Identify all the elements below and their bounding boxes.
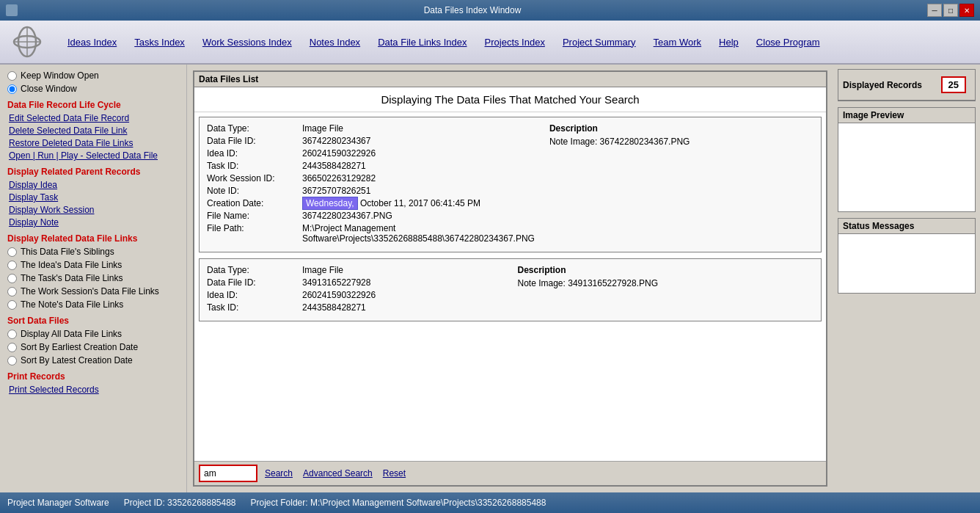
- main-layout: Keep Window Open Close Window Data File …: [0, 65, 980, 492]
- search-input[interactable]: [199, 465, 257, 482]
- display-task-link[interactable]: Display Task: [7, 192, 179, 203]
- restore-links-link[interactable]: Restore Deleted Data File Links: [7, 138, 179, 148]
- window-controls: ─ □ ✕: [927, 4, 974, 17]
- task-links-radio[interactable]: [7, 274, 17, 283]
- creation-date-label: Creation Date:: [207, 198, 302, 208]
- siblings-option[interactable]: This Data File's Siblings: [7, 247, 179, 257]
- display-note-link[interactable]: Display Note: [7, 217, 179, 228]
- menu-project-summary[interactable]: Project Summary: [554, 34, 645, 51]
- record-fields: Data Type: Image File Data File ID: 3491…: [207, 265, 503, 315]
- delete-link-link[interactable]: Delete Selected Data File Link: [7, 125, 179, 136]
- content-area: Data Files List Displaying The Data File…: [187, 65, 833, 492]
- note-links-option[interactable]: The Note's Data File Links: [7, 299, 179, 310]
- data-type-value: Image File: [302, 123, 343, 134]
- record-fields: Data Type: Image File Data File ID: 3674…: [207, 123, 535, 246]
- image-preview-title: Image Preview: [843, 110, 904, 120]
- panel-header: Displaying The Data Files That Matched Y…: [194, 87, 826, 112]
- note-links-radio[interactable]: [7, 300, 17, 310]
- task-id-label: Task ID:: [207, 161, 302, 171]
- idea-id-label: Idea ID:: [207, 290, 302, 300]
- latest-date-label: Sort By Latest Creation Date: [21, 355, 133, 365]
- work-session-id-label: Work Session ID:: [207, 173, 302, 183]
- task-links-label: The Task's Data File Links: [21, 273, 122, 283]
- field-row-idea-id: Idea ID: 260241590322926: [207, 290, 503, 300]
- print-section-title: Print Records: [7, 371, 179, 382]
- advanced-search-button[interactable]: Advanced Search: [300, 467, 376, 480]
- restore-button[interactable]: □: [943, 4, 958, 17]
- desc-value: Note Image: 34913165227928.PNG: [518, 278, 814, 288]
- records-scroll[interactable]: Data Type: Image File Data File ID: 3674…: [194, 112, 826, 461]
- open-run-play-link[interactable]: Open | Run | Play - Selected Data File: [7, 150, 179, 161]
- latest-date-radio[interactable]: [7, 356, 17, 365]
- parent-records-section-title: Display Related Parent Records: [7, 167, 179, 177]
- field-row-file-path: File Path: M:\Project Management Softwar…: [207, 223, 535, 244]
- title-bar: Data Files Index Window ─ □ ✕: [0, 0, 980, 21]
- menu-help[interactable]: Help: [710, 34, 747, 51]
- panel-title: Data Files List: [194, 72, 826, 87]
- project-folder-label: Project Folder:: [251, 498, 308, 508]
- menu-data-file-links-index[interactable]: Data File Links Index: [369, 34, 475, 51]
- earliest-date-radio[interactable]: [7, 343, 17, 352]
- earliest-date-option[interactable]: Sort By Earliest Creation Date: [7, 342, 179, 352]
- minimize-button[interactable]: ─: [927, 4, 942, 17]
- close-window-button[interactable]: ✕: [959, 4, 974, 17]
- menu-tasks-index[interactable]: Tasks Index: [125, 34, 194, 51]
- displayed-records-title: Displayed Records: [843, 80, 922, 90]
- reset-button[interactable]: Reset: [380, 467, 409, 480]
- file-id-label: Data File ID:: [207, 136, 302, 146]
- note-id-value: 36725707826251: [302, 186, 370, 196]
- work-session-links-radio[interactable]: [7, 287, 17, 296]
- all-links-radio[interactable]: [7, 330, 17, 339]
- idea-links-radio[interactable]: [7, 261, 17, 270]
- menu-notes-index[interactable]: Notes Index: [301, 34, 369, 51]
- keep-window-open-option[interactable]: Keep Window Open: [7, 70, 179, 81]
- menu-ideas-index[interactable]: Ideas Index: [59, 34, 125, 51]
- idea-links-option[interactable]: The Idea's Data File Links: [7, 260, 179, 270]
- keep-window-radio[interactable]: [7, 71, 17, 81]
- right-panel: Displayed Records 25 Image Preview Statu…: [833, 65, 980, 492]
- data-file-links-section-title: Display Related Data File Links: [7, 233, 179, 244]
- field-row-task-id: Task ID: 2443588428271: [207, 161, 535, 171]
- search-button[interactable]: Search: [262, 467, 296, 480]
- status-messages-section: Status Messages: [838, 218, 976, 294]
- field-row-file-name: File Name: 36742280234367.PNG: [207, 211, 535, 221]
- menu-work-sessions-index[interactable]: Work Sessions Index: [194, 34, 301, 51]
- close-window-option[interactable]: Close Window: [7, 84, 179, 94]
- idea-id-value: 260241590322926: [302, 290, 376, 300]
- desc-title: Description: [518, 265, 814, 275]
- print-selected-link[interactable]: Print Selected Records: [7, 385, 179, 395]
- all-links-option[interactable]: Display All Data File Links: [7, 329, 179, 339]
- field-row-creation-date: Creation Date: Wednesday, October 11, 20…: [207, 198, 535, 208]
- task-links-option[interactable]: The Task's Data File Links: [7, 273, 179, 283]
- display-idea-link[interactable]: Display Idea: [7, 180, 179, 190]
- file-path-label: File Path:: [207, 223, 302, 233]
- edit-record-link[interactable]: Edit Selected Data File Record: [7, 113, 179, 123]
- record-card[interactable]: Data Type: Image File Data File ID: 3491…: [199, 258, 822, 321]
- all-links-label: Display All Data File Links: [21, 329, 122, 339]
- search-bar: Search Advanced Search Reset: [194, 461, 826, 485]
- data-files-panel: Data Files List Displaying The Data File…: [193, 70, 827, 487]
- file-id-value: 36742280234367: [302, 136, 370, 146]
- latest-date-option[interactable]: Sort By Latest Creation Date: [7, 355, 179, 365]
- menu-close-program[interactable]: Close Program: [747, 34, 829, 51]
- field-row-data-type: Data Type: Image File: [207, 123, 535, 134]
- work-session-links-label: The Work Session's Data File Links: [21, 286, 159, 296]
- project-id-value: 33526268885488: [167, 498, 235, 508]
- status-messages-title: Status Messages: [843, 221, 914, 231]
- siblings-radio[interactable]: [7, 247, 17, 257]
- close-window-radio[interactable]: [7, 84, 17, 94]
- image-preview-body: [838, 123, 975, 211]
- image-preview-section: Image Preview: [838, 107, 976, 212]
- data-type-value: Image File: [302, 265, 343, 275]
- menu-team-work[interactable]: Team Work: [645, 34, 711, 51]
- displayed-count: 25: [941, 76, 966, 93]
- close-window-label: Close Window: [21, 84, 77, 94]
- keep-window-label: Keep Window Open: [21, 70, 99, 81]
- display-work-session-link[interactable]: Display Work Session: [7, 205, 179, 215]
- record-card[interactable]: Data Type: Image File Data File ID: 3674…: [199, 117, 822, 252]
- sidebar: Keep Window Open Close Window Data File …: [0, 65, 187, 492]
- menu-projects-index[interactable]: Projects Index: [476, 34, 554, 51]
- app-name: Project Manager Software: [7, 498, 109, 508]
- work-session-links-option[interactable]: The Work Session's Data File Links: [7, 286, 179, 296]
- file-id-value: 34913165227928: [302, 277, 370, 288]
